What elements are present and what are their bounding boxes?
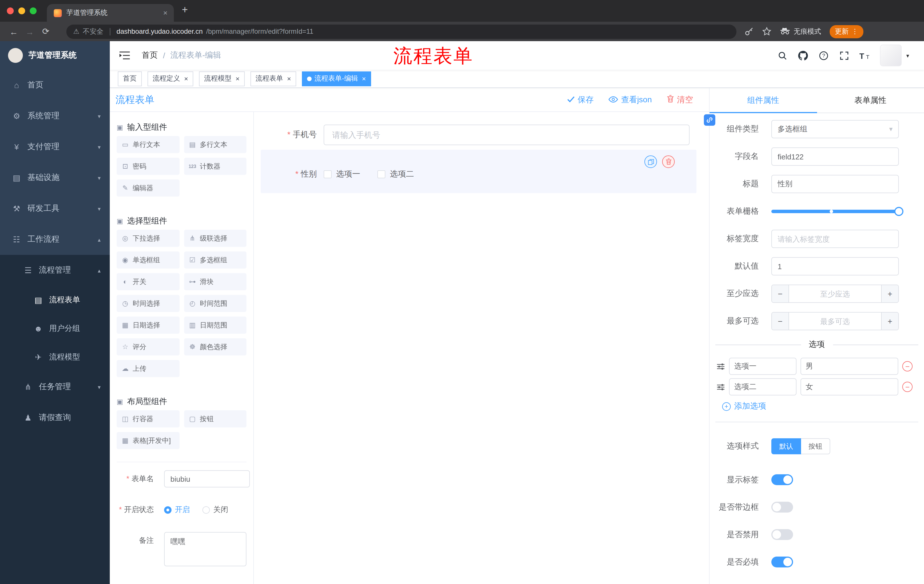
component-type-select[interactable]: 多选框组 ▼ <box>771 120 899 138</box>
sidebar-item-process-form[interactable]: ▤流程表单 <box>0 286 110 314</box>
default-value-input[interactable] <box>771 257 899 275</box>
add-option-button[interactable]: + 添加选项 <box>722 399 924 414</box>
copy-component-button[interactable] <box>644 155 657 168</box>
tag-close-icon[interactable]: × <box>183 75 188 82</box>
component-rate[interactable]: ☆评分 <box>117 338 179 355</box>
toggle-disabled[interactable] <box>771 529 793 540</box>
link-icon[interactable] <box>704 114 715 126</box>
key-icon[interactable] <box>744 27 754 36</box>
clear-button[interactable]: 清空 <box>667 95 693 105</box>
increase-button[interactable]: + <box>881 285 898 302</box>
view-json-button[interactable]: 查看json <box>609 95 652 105</box>
sidebar-item-leave-query[interactable]: ♟请假查询 <box>0 402 110 433</box>
component-time-range[interactable]: ◴时间范围 <box>184 295 246 312</box>
component-editor[interactable]: ✎编辑器 <box>117 179 179 197</box>
component-date-picker[interactable]: ▦日期选择 <box>117 317 179 334</box>
sidebar-item-devtools[interactable]: ⚒研发工具▾ <box>0 193 110 224</box>
toggle-border[interactable] <box>771 502 793 512</box>
browser-tab[interactable]: 芋道管理系统 × <box>47 4 174 22</box>
sidebar-item-home[interactable]: ⌂首页 <box>0 70 110 100</box>
option-value-input[interactable] <box>800 358 898 375</box>
minimize-window-button[interactable] <box>18 7 25 14</box>
sidebar-item-system[interactable]: ⚙系统管理▾ <box>0 100 110 132</box>
tab-component-props[interactable]: 组件属性 <box>710 88 817 113</box>
component-time-picker[interactable]: ◷时间选择 <box>117 295 179 312</box>
component-row-container[interactable]: ◫行容器 <box>117 410 179 428</box>
font-size-icon[interactable]: TT <box>860 50 871 61</box>
tab-close-icon[interactable]: × <box>162 8 169 17</box>
remove-option-button[interactable]: − <box>902 382 912 392</box>
tag-process-def[interactable]: 流程定义× <box>147 71 193 86</box>
selected-component[interactable]: 性别 选项一选项二 <box>261 150 696 193</box>
field-name-input[interactable] <box>771 147 899 166</box>
label-width-input[interactable] <box>771 230 899 248</box>
component-cascader[interactable]: ⋔级联选择 <box>184 230 246 247</box>
title-input[interactable] <box>771 175 899 193</box>
tag-close-icon[interactable]: × <box>234 75 239 82</box>
tag-close-icon[interactable]: × <box>361 75 366 82</box>
avatar[interactable] <box>880 44 902 66</box>
grid-slider[interactable] <box>771 202 899 220</box>
save-button[interactable]: 保存 <box>568 95 594 105</box>
style-button-button[interactable]: 按钮 <box>801 438 830 454</box>
tag-process-model[interactable]: 流程模型× <box>199 71 245 86</box>
tag-process-form-edit[interactable]: 流程表单-编辑× <box>302 71 371 86</box>
search-icon[interactable] <box>777 50 789 61</box>
sidebar-logo[interactable]: 芋道管理系统 <box>0 41 110 70</box>
hamburger-icon[interactable] <box>117 49 133 62</box>
sidebar-item-process-model[interactable]: ✈流程模型 <box>0 343 110 372</box>
checkbox-option-1[interactable]: 选项一 <box>323 169 360 179</box>
component-password[interactable]: ⊡密码 <box>117 158 179 175</box>
slider-track[interactable] <box>771 210 899 213</box>
option-name-input[interactable] <box>729 378 797 395</box>
sidebar-item-payment[interactable]: ¥支付管理▾ <box>0 132 110 162</box>
back-button[interactable]: ← <box>6 24 22 39</box>
close-window-button[interactable] <box>7 7 14 14</box>
form-remark-textarea[interactable]: 嘿嘿 <box>164 532 246 566</box>
breadcrumb-root[interactable]: 首页 <box>142 50 158 61</box>
sidebar-item-infra[interactable]: ▤基础设施▾ <box>0 162 110 193</box>
delete-component-button[interactable] <box>662 155 675 168</box>
component-multi-text[interactable]: ▤多行文本 <box>184 136 246 153</box>
max-select-input[interactable] <box>789 313 881 330</box>
github-icon[interactable] <box>798 50 809 61</box>
sidebar-item-user-group[interactable]: ☻用户分组 <box>0 314 110 343</box>
component-radio-group[interactable]: ◉单选框组 <box>117 252 179 268</box>
fullscreen-icon[interactable] <box>839 50 850 61</box>
form-name-input[interactable] <box>164 470 250 487</box>
address-bar[interactable]: ⚠ 不安全 dashboard.yudao.iocoder.cn/bpm/man… <box>66 24 736 39</box>
reload-button[interactable]: ⟳ <box>38 24 54 39</box>
remove-option-button[interactable]: − <box>902 361 912 372</box>
style-default-button[interactable]: 默认 <box>771 438 801 454</box>
sidebar-item-workflow[interactable]: ☷工作流程▴ <box>0 224 110 255</box>
component-switch[interactable]: ◐开关 <box>117 273 179 290</box>
component-date-range[interactable]: ▥日期范围 <box>184 317 246 334</box>
min-select-input[interactable] <box>789 285 881 302</box>
new-tab-button[interactable]: + <box>182 4 188 18</box>
sidebar-item-task-mgmt[interactable]: ⋔任务管理▾ <box>0 372 110 402</box>
component-slider[interactable]: ⊶滑块 <box>184 273 246 290</box>
toggle-show-label[interactable] <box>771 474 793 485</box>
tab-form-props[interactable]: 表单属性 <box>817 88 924 113</box>
component-checkbox-group[interactable]: ☑多选框组 <box>184 252 246 268</box>
tag-process-form[interactable]: 流程表单× <box>251 71 296 86</box>
component-select[interactable]: ◎下拉选择 <box>117 230 179 247</box>
checkbox-option-2[interactable]: 选项二 <box>377 169 414 179</box>
component-counter[interactable]: 123计数器 <box>184 158 246 175</box>
zoom-window-button[interactable] <box>30 7 36 14</box>
increase-button[interactable]: + <box>881 313 898 330</box>
option-value-input[interactable] <box>800 378 898 395</box>
browser-menu-icon[interactable]: ⋮ <box>851 28 858 35</box>
radio-open[interactable]: 开启 <box>164 505 190 515</box>
drag-handle-icon[interactable] <box>716 383 725 391</box>
component-upload[interactable]: ☁上传 <box>117 360 179 377</box>
update-button[interactable]: 更新 ⋮ <box>830 25 863 38</box>
component-button[interactable]: ▢按钮 <box>184 410 246 428</box>
tag-close-icon[interactable]: × <box>286 75 291 82</box>
slider-handle[interactable] <box>894 207 903 216</box>
component-type-value[interactable]: 多选框组 <box>771 120 899 138</box>
component-table[interactable]: ▦表格[开发中] <box>117 432 179 449</box>
sidebar-item-process-mgmt[interactable]: ☰流程管理▴ <box>0 255 110 286</box>
option-name-input[interactable] <box>729 358 797 375</box>
component-color-picker[interactable]: ☸颜色选择 <box>184 338 246 355</box>
